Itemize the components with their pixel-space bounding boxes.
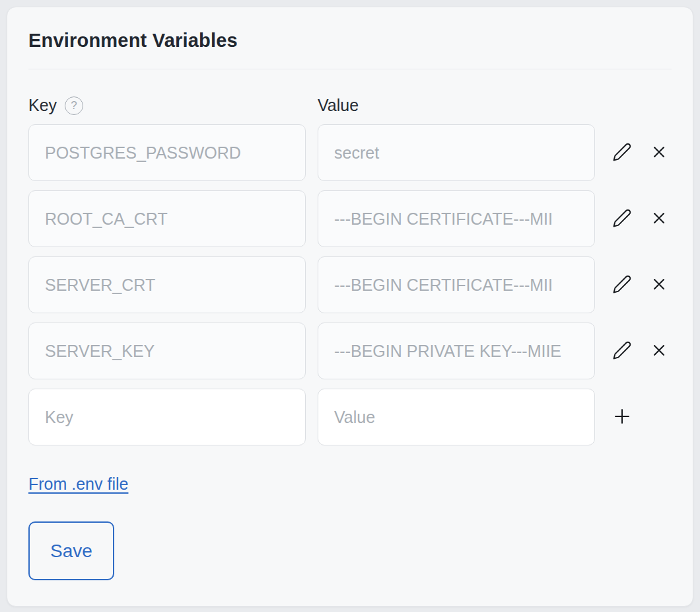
row-actions	[607, 209, 672, 229]
edit-row-button[interactable]	[612, 341, 632, 361]
row-actions	[607, 143, 672, 163]
help-icon[interactable]: ?	[65, 96, 83, 115]
key-input[interactable]	[28, 190, 306, 247]
environment-variables-card: Environment Variables Key ? Value	[7, 7, 693, 607]
value-input[interactable]	[318, 323, 595, 379]
value-input[interactable]	[318, 190, 595, 247]
column-headers: Key ? Value	[28, 96, 672, 115]
new-key-input[interactable]	[28, 389, 306, 445]
env-rows	[28, 124, 672, 445]
env-row	[28, 256, 672, 313]
env-row	[28, 323, 672, 379]
close-icon	[650, 341, 668, 362]
value-column-label: Value	[318, 96, 359, 115]
delete-row-button[interactable]	[649, 143, 669, 163]
env-row	[28, 190, 672, 247]
row-actions	[607, 275, 672, 295]
env-row	[28, 124, 672, 181]
edit-row-button[interactable]	[612, 275, 632, 295]
pencil-icon	[612, 142, 632, 164]
new-env-row	[28, 389, 672, 445]
close-icon	[650, 275, 668, 295]
page-title: Environment Variables	[28, 30, 672, 52]
key-column-header: Key ?	[28, 96, 306, 115]
new-value-input[interactable]	[318, 389, 595, 445]
delete-row-button[interactable]	[649, 341, 669, 361]
key-column-label: Key	[28, 96, 57, 115]
delete-row-button[interactable]	[649, 209, 669, 229]
edit-row-button[interactable]	[612, 209, 632, 229]
pencil-icon	[612, 274, 632, 296]
plus-icon	[612, 406, 632, 428]
key-input[interactable]	[28, 323, 306, 379]
value-input[interactable]	[318, 124, 595, 181]
edit-row-button[interactable]	[612, 143, 632, 163]
value-column-header: Value	[318, 96, 595, 115]
row-actions	[607, 341, 672, 361]
key-input[interactable]	[28, 256, 306, 313]
close-icon	[650, 143, 668, 163]
title-divider	[28, 69, 672, 69]
add-row-button[interactable]	[612, 407, 632, 427]
row-actions	[607, 407, 672, 427]
save-button[interactable]: Save	[28, 521, 114, 580]
delete-row-button[interactable]	[649, 275, 669, 295]
pencil-icon	[612, 208, 632, 230]
key-input[interactable]	[28, 124, 306, 181]
value-input[interactable]	[318, 256, 595, 313]
pencil-icon	[612, 340, 632, 362]
from-env-file-link[interactable]: From .env file	[28, 475, 128, 493]
close-icon	[650, 209, 668, 229]
